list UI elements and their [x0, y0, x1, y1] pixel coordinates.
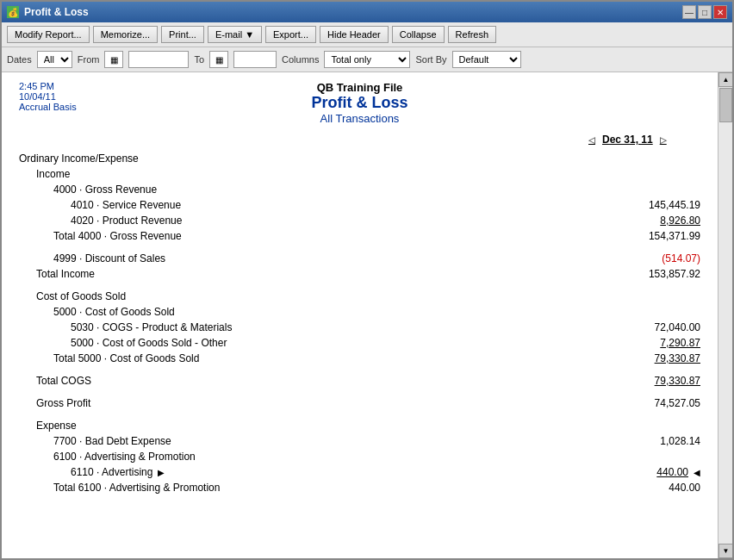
- total-gross-revenue-label: Total 4000 · Gross Revenue: [19, 228, 597, 244]
- scroll-up-button[interactable]: ▲: [718, 72, 732, 87]
- total-advertising-value: 440.00: [597, 480, 700, 495]
- gross-profit-label: Gross Profit: [19, 395, 597, 411]
- report-title: Profit & Loss: [19, 94, 700, 112]
- title-bar: 💰 Profit & Loss — □ ✕: [2, 2, 732, 22]
- cogs-product-row: 5030 · COGS - Product & Materials 72,040…: [19, 320, 700, 335]
- report-header: QB Training File Profit & Loss All Trans…: [19, 81, 700, 125]
- total-advertising-row: Total 6100 · Advertising & Promotion 440…: [19, 480, 700, 495]
- hide-header-button[interactable]: Hide Header: [320, 26, 389, 43]
- from-date-icon[interactable]: [104, 51, 123, 68]
- sort-by-label: Sort By: [415, 54, 446, 65]
- title-bar-left: 💰 Profit & Loss: [7, 6, 89, 18]
- total-income-label: Total Income: [19, 266, 597, 282]
- income-label: Income: [19, 166, 700, 182]
- service-revenue-label: 4010 · Service Revenue: [19, 197, 597, 213]
- advertising-promotion-row: 6100 · Advertising & Promotion: [19, 449, 700, 464]
- total-income-row: Total Income 153,857.92: [19, 266, 700, 282]
- product-revenue-label: 4020 · Product Revenue: [19, 213, 597, 228]
- advertising-row: 6110 · Advertising ▶ 440.00 ◀: [19, 464, 700, 480]
- app-icon: 💰: [7, 6, 19, 18]
- scroll-thumb[interactable]: [719, 88, 732, 122]
- discount-sales-row: 4999 · Discount of Sales (514.07): [19, 251, 700, 266]
- email-button[interactable]: E-mail ▼: [208, 26, 262, 43]
- gross-revenue-label: 4000 · Gross Revenue: [19, 182, 700, 197]
- cogs-header-row: Cost of Goods Sold: [19, 289, 700, 304]
- ordinary-income-expense-row: Ordinary Income/Expense: [19, 151, 700, 166]
- right-arrow-icon: ▷: [660, 135, 667, 145]
- cogs-5000-row: 5000 · Cost of Goods Sold: [19, 304, 700, 320]
- from-label: From: [78, 54, 100, 65]
- left-collapse-icon: ◀: [694, 466, 700, 479]
- spacer-4: [19, 389, 700, 395]
- gross-revenue-row: 4000 · Gross Revenue: [19, 182, 700, 197]
- filter-bar: Dates All From To Columns Total only Sor…: [2, 47, 732, 72]
- modify-report-button[interactable]: Modify Report...: [7, 26, 90, 43]
- content-area: 2:45 PM 10/04/11 Accrual Basis QB Traini…: [2, 72, 732, 558]
- expense-label: Expense: [19, 418, 700, 433]
- column-header-row: ◁ Dec 31, 11 ▷: [19, 134, 700, 147]
- cogs-other-value: 7,290.87: [597, 335, 700, 351]
- expense-row: Expense: [19, 418, 700, 433]
- cogs-5000-label: 5000 · Cost of Goods Sold: [19, 304, 700, 320]
- right-expand-icon: ▶: [158, 466, 165, 479]
- bad-debt-value: 1,028.14: [597, 433, 700, 449]
- discount-sales-label: 4999 · Discount of Sales: [19, 251, 597, 266]
- report-basis: Accrual Basis: [19, 102, 77, 112]
- gross-profit-value: 74,527.05: [597, 395, 700, 411]
- total-cogs-label: Total COGS: [19, 373, 597, 389]
- advertising-label: 6110 · Advertising ▶: [19, 464, 585, 480]
- cogs-header-label: Cost of Goods Sold: [19, 289, 700, 304]
- company-name: QB Training File: [19, 81, 700, 94]
- close-button[interactable]: ✕: [713, 5, 727, 19]
- minimize-button[interactable]: —: [682, 5, 696, 19]
- vertical-scrollbar[interactable]: ▲ ▼: [718, 72, 732, 558]
- advertising-value-group: 440.00 ◀: [585, 464, 700, 480]
- spacer-5: [19, 411, 700, 418]
- gross-profit-row: Gross Profit 74,527.05: [19, 395, 700, 411]
- dates-label: Dates: [7, 54, 32, 65]
- total-gross-revenue-value: 154,371.99: [597, 228, 700, 244]
- scroll-track[interactable]: [718, 87, 732, 544]
- total-cogs-row: Total COGS 79,330.87: [19, 373, 700, 389]
- maximize-button[interactable]: □: [698, 5, 712, 19]
- to-date-icon[interactable]: [209, 51, 228, 68]
- from-date-input[interactable]: [128, 51, 189, 68]
- report-meta: 2:45 PM 10/04/11 Accrual Basis: [19, 81, 77, 112]
- total-income-value: 153,857.92: [597, 266, 700, 282]
- total-gross-revenue-row: Total 4000 · Gross Revenue 154,371.99: [19, 228, 700, 244]
- total-5000-label: Total 5000 · Cost of Goods Sold: [19, 351, 597, 366]
- service-revenue-value: 145,445.19: [597, 197, 700, 213]
- window-controls: — □ ✕: [682, 5, 727, 19]
- discount-sales-value: (514.07): [597, 251, 700, 266]
- window-title: Profit & Loss: [24, 6, 89, 18]
- spacer-2: [19, 282, 700, 289]
- total-cogs-value: 79,330.87: [597, 373, 700, 389]
- spacer-1: [19, 244, 700, 251]
- ordinary-income-expense-label: Ordinary Income/Expense: [19, 151, 700, 166]
- collapse-button[interactable]: Collapse: [392, 26, 445, 43]
- left-arrow-icon: ◁: [588, 135, 595, 145]
- columns-label: Columns: [282, 54, 319, 65]
- to-date-input[interactable]: [233, 51, 277, 68]
- toolbar: Modify Report... Memorize... Print... E-…: [2, 22, 732, 47]
- report-time: 2:45 PM: [19, 81, 77, 91]
- memorize-button[interactable]: Memorize...: [93, 26, 158, 43]
- total-advertising-label: Total 6100 · Advertising & Promotion: [19, 480, 597, 495]
- advertising-value: 440.00: [585, 464, 688, 480]
- total-5000-row: Total 5000 · Cost of Goods Sold 79,330.8…: [19, 351, 700, 366]
- report-area: 2:45 PM 10/04/11 Accrual Basis QB Traini…: [2, 72, 718, 558]
- spacer-3: [19, 366, 700, 373]
- print-button[interactable]: Print...: [161, 26, 204, 43]
- report-table: Ordinary Income/Expense Income 4000 · Gr…: [19, 151, 700, 495]
- export-button[interactable]: Export...: [265, 26, 316, 43]
- column-header: ◁ Dec 31, 11 ▷: [588, 134, 700, 146]
- dates-select[interactable]: All: [37, 51, 72, 68]
- report-subtitle: All Transactions: [19, 112, 700, 125]
- columns-select[interactable]: Total only: [324, 51, 410, 68]
- scroll-down-button[interactable]: ▼: [718, 544, 732, 558]
- advertising-promotion-label: 6100 · Advertising & Promotion: [19, 449, 700, 464]
- sort-by-select[interactable]: Default: [452, 51, 521, 68]
- refresh-button[interactable]: Refresh: [448, 26, 497, 43]
- total-5000-value: 79,330.87: [597, 351, 700, 366]
- product-revenue-row: 4020 · Product Revenue 8,926.80: [19, 213, 700, 228]
